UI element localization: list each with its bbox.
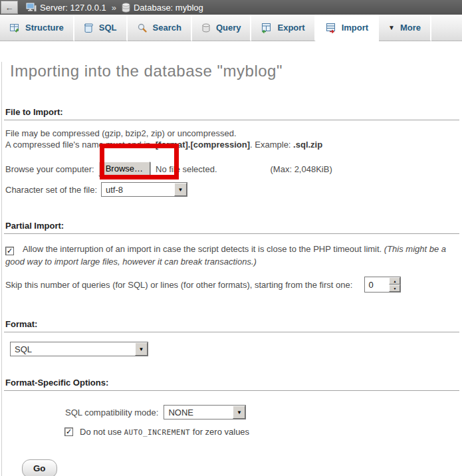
chevron-down-icon: ▼ [388, 24, 395, 31]
spinner-down-button[interactable]: ▼ [389, 285, 400, 292]
tab-label: Import [342, 23, 368, 33]
compression-info-text: File may be compressed (gzip, bzip2, zip… [5, 128, 458, 150]
auto-increment-row: ✓ Do not use AUTO_INCREMENT for zero val… [64, 427, 462, 437]
tab-search[interactable]: Search [128, 15, 192, 41]
query-database-icon [201, 23, 211, 33]
section-heading-format-specific-options: Format-Specific Options: [4, 378, 459, 391]
tab-label: Structure [25, 23, 64, 33]
breadcrumb-separator: » [112, 3, 116, 13]
skip-queries-row: Skip this number of queries (for SQL) or… [5, 277, 458, 293]
checkmark-icon: ✓ [66, 428, 72, 435]
allow-interrupt-row: ✓ Allow the interruption of an import in… [5, 243, 457, 268]
browse-label: Browse your computer: [5, 164, 94, 174]
skip-queries-label: Skip this number of queries (for SQL) or… [5, 280, 352, 290]
section-heading-partial-import: Partial Import: [4, 221, 459, 234]
tab-bar: Structure SQL Search Query [0, 15, 462, 41]
compression-line2-mid: . Example: [250, 140, 293, 150]
spinner-up-button[interactable]: ▲ [389, 277, 400, 285]
format-selected-value: SQL [11, 342, 135, 356]
structure-icon [9, 23, 20, 33]
browse-row: Browse your computer: Browse… No file se… [5, 162, 462, 176]
server-icon [26, 2, 37, 13]
compression-format-token: .[format].[compression] [153, 140, 250, 150]
main-content: Importing into the database "myblog" Fil… [1, 62, 462, 476]
compression-example-token: .sql.zip [293, 140, 322, 150]
max-upload-size-text: (Max: 2,048KiB) [271, 164, 332, 174]
breadcrumb-database-link[interactable]: Database: myblog [134, 3, 203, 13]
auto-increment-code-token: AUTO_INCREMENT [124, 428, 191, 437]
tab-sql[interactable]: SQL [74, 15, 128, 41]
tab-export[interactable]: Export [251, 15, 315, 41]
charset-label: Character set of the file: [5, 185, 97, 195]
tab-bar-filler [431, 15, 462, 41]
allow-interrupt-label: Allow the interruption of an import in c… [23, 244, 384, 254]
section-heading-file-to-import: File to Import: [4, 107, 459, 120]
auto-increment-checkbox[interactable]: ✓ [64, 427, 73, 436]
compression-line2-prefix: A compressed file's name must end in [5, 140, 153, 150]
tab-label: SQL [99, 23, 117, 33]
browse-button[interactable]: Browse… [98, 162, 150, 176]
sql-compatibility-row: SQL compatibility mode: NONE ▼ [65, 405, 462, 419]
back-button[interactable]: ← [1, 1, 18, 14]
sql-compatibility-selected-value: NONE [164, 406, 233, 419]
tab-label: More [400, 23, 421, 33]
breadcrumb-server-link[interactable]: Server: 127.0.0.1 [40, 3, 106, 13]
breadcrumb-bar: ← Server: 127.0.0.1 » Database: myblog [0, 0, 462, 15]
section-heading-format: Format: [4, 319, 459, 332]
checkmark-icon: ✓ [7, 247, 13, 255]
search-icon [137, 23, 148, 33]
tab-more[interactable]: ▼ More [379, 15, 431, 41]
charset-selected-value: utf-8 [102, 183, 174, 196]
charset-row: Character set of the file: utf-8 ▼ [5, 182, 462, 197]
dropdown-arrow-icon[interactable]: ▼ [233, 406, 245, 419]
auto-increment-label-suffix: for zero values [190, 427, 249, 437]
back-arrow-icon: ← [5, 3, 14, 12]
no-file-selected-text: No file selected. [156, 164, 217, 174]
auto-increment-label-prefix: Do not use [80, 427, 124, 437]
page-title: Importing into the database "myblog" [10, 62, 462, 80]
tab-label: Query [216, 23, 241, 33]
sql-compatibility-label: SQL compatibility mode: [65, 408, 158, 417]
tab-label: Search [153, 23, 181, 33]
dropdown-arrow-icon[interactable]: ▼ [174, 183, 187, 196]
skip-queries-input[interactable]: 0 ▲ ▼ [364, 277, 401, 293]
tab-import[interactable]: Import [316, 15, 379, 41]
skip-queries-value: 0 [365, 277, 389, 292]
sql-document-icon [84, 23, 94, 33]
go-button[interactable]: Go [22, 459, 57, 476]
database-icon [122, 3, 130, 13]
export-icon [261, 23, 272, 33]
charset-select[interactable]: utf-8 ▼ [101, 182, 187, 197]
tab-label: Export [277, 23, 304, 33]
import-icon [325, 23, 336, 33]
dropdown-arrow-icon[interactable]: ▼ [135, 342, 148, 356]
compression-line1: File may be compressed (gzip, bzip2, zip… [5, 128, 237, 138]
breadcrumb: Server: 127.0.0.1 » Database: myblog [26, 2, 203, 13]
tab-structure[interactable]: Structure [0, 15, 74, 41]
sql-compatibility-select[interactable]: NONE ▼ [164, 405, 246, 419]
format-select[interactable]: SQL ▼ [10, 342, 148, 356]
tab-query[interactable]: Query [192, 15, 252, 41]
auto-increment-label: Do not use AUTO_INCREMENT for zero value… [80, 427, 249, 437]
allow-interrupt-checkbox[interactable]: ✓ [5, 247, 14, 255]
format-row: SQL ▼ [10, 342, 462, 356]
